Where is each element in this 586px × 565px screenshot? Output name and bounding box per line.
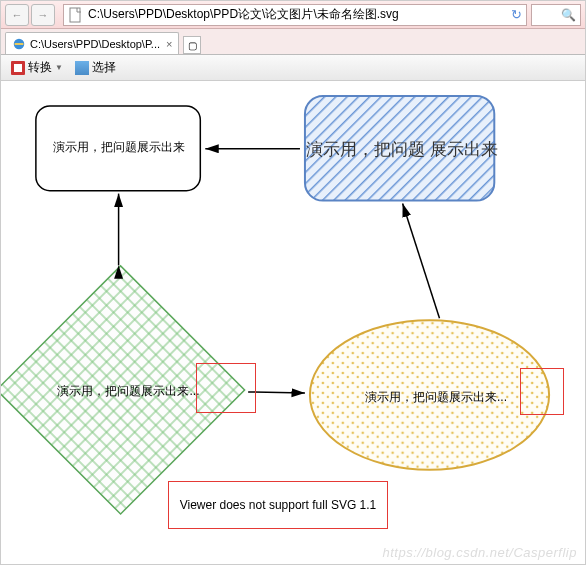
back-button[interactable]: ←	[5, 4, 29, 26]
search-box[interactable]: 🔍	[531, 4, 581, 26]
search-icon: 🔍	[561, 8, 576, 22]
convert-label: 转换	[28, 59, 52, 76]
select-icon	[75, 61, 89, 75]
warning-text: Viewer does not support full SVG 1.1	[180, 498, 377, 512]
highlight-box-ellipse	[520, 368, 564, 415]
pdf-toolbar: 转换 ▼ 选择	[1, 55, 585, 81]
warning-box: Viewer does not support full SVG 1.1	[168, 481, 388, 529]
ie-icon	[12, 37, 26, 51]
svg-viewer: 演示用，把问题展示出来 演示用，把问题 展示出来 演示用，把问题展示出来... …	[1, 81, 585, 564]
select-label: 选择	[92, 59, 116, 76]
tab-title: C:\Users\PPD\Desktop\P...	[30, 38, 160, 50]
forward-button[interactable]: →	[31, 4, 55, 26]
hatched-label: 演示用，把问题 展示出来	[306, 138, 536, 161]
pdf-icon	[11, 61, 25, 75]
select-button[interactable]: 选择	[71, 58, 120, 77]
arrow-ellipse-to-hatched	[403, 204, 440, 319]
rect-label: 演示用，把问题展示出来	[36, 139, 201, 156]
tab-close-button[interactable]: ×	[166, 38, 172, 50]
browser-titlebar: ← → C:\Users\PPD\Desktop\PPD论文\论文图片\未命名绘…	[1, 1, 585, 29]
tab-strip: C:\Users\PPD\Desktop\P... × ▢	[1, 29, 585, 55]
tab-active[interactable]: C:\Users\PPD\Desktop\P... ×	[5, 32, 179, 54]
ellipse-label: 演示用，把问题展示出来...	[346, 389, 526, 406]
address-bar[interactable]: C:\Users\PPD\Desktop\PPD论文\论文图片\未命名绘图.sv…	[63, 4, 527, 26]
diamond-label: 演示用，把问题展示出来...	[41, 383, 216, 400]
svg-rect-0	[70, 8, 80, 22]
refresh-icon[interactable]: ↻	[511, 7, 522, 22]
arrow-diamond-to-ellipse	[248, 392, 305, 393]
new-tab-button[interactable]: ▢	[183, 36, 201, 54]
convert-button[interactable]: 转换 ▼	[7, 58, 67, 77]
page-icon	[68, 7, 84, 23]
address-text: C:\Users\PPD\Desktop\PPD论文\论文图片\未命名绘图.sv…	[88, 6, 511, 23]
highlight-box-diamond	[196, 363, 256, 413]
dropdown-icon: ▼	[55, 63, 63, 72]
